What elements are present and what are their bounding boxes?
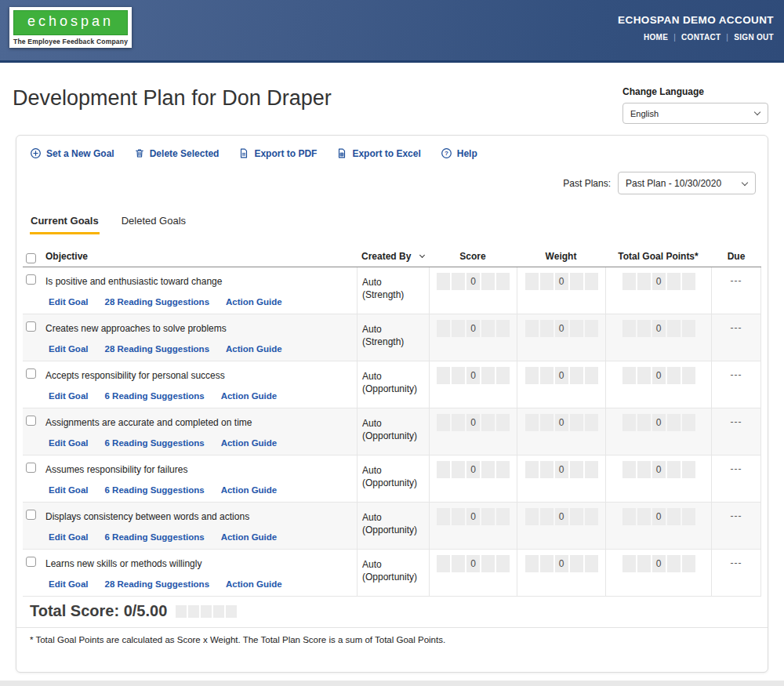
edit-goal-link[interactable]: Edit Goal	[49, 438, 88, 448]
weight-bar[interactable]: 0	[525, 461, 598, 478]
echospan-logo[interactable]: echospan The Employee Feedback Company	[9, 7, 132, 48]
weight-value: 0	[555, 273, 568, 290]
export-excel-icon	[336, 147, 347, 159]
reading-suggestions-link[interactable]: 28 Reading Suggestions	[104, 297, 209, 307]
top-banner: echospan The Employee Feedback Company E…	[0, 0, 784, 63]
action-guide-link[interactable]: Action Guide	[221, 485, 278, 495]
score-bar[interactable]: 0	[437, 555, 510, 572]
edit-goal-link[interactable]: Edit Goal	[49, 532, 88, 542]
score-bar[interactable]: 0	[437, 320, 510, 337]
action-guide-link[interactable]: Action Guide	[221, 391, 278, 401]
total-goal-points-value: 0	[652, 461, 666, 478]
language-select[interactable]: English	[622, 103, 768, 124]
total-goal-points-bar[interactable]: 0	[622, 461, 695, 478]
select-all-checkbox[interactable]	[26, 253, 36, 263]
total-goal-points-cell: 0	[605, 408, 711, 455]
total-score-bar	[176, 605, 237, 618]
total-goal-points-bar[interactable]: 0	[622, 273, 695, 290]
nav-home-link[interactable]: HOME	[644, 33, 668, 42]
score-value: 0	[466, 508, 480, 525]
edit-goal-link[interactable]: Edit Goal	[49, 579, 88, 589]
action-guide-link[interactable]: Action Guide	[221, 532, 278, 542]
nav-contact-link[interactable]: CONTACT	[681, 33, 720, 42]
row-checkbox[interactable]	[26, 510, 36, 520]
weight-value: 0	[555, 461, 568, 478]
row-checkbox[interactable]	[26, 321, 36, 332]
export-pdf-button[interactable]: Export to PDF	[238, 147, 317, 159]
row-checkbox[interactable]	[26, 416, 36, 426]
col-header-total-goal-points: Total Goal Points*	[605, 251, 711, 262]
sort-caret-icon[interactable]	[419, 252, 425, 257]
action-guide-link[interactable]: Action Guide	[226, 344, 282, 354]
total-goal-points-bar[interactable]: 0	[622, 508, 695, 525]
circle-plus-icon	[30, 147, 42, 159]
created-by-cell: Auto (Opportunity)	[357, 550, 429, 596]
total-goal-points-value: 0	[652, 555, 666, 572]
edit-goal-link[interactable]: Edit Goal	[49, 297, 88, 307]
edit-goal-link[interactable]: Edit Goal	[49, 391, 88, 401]
due-cell: ---	[711, 267, 761, 314]
weight-value: 0	[555, 414, 568, 431]
row-checkbox[interactable]	[26, 557, 36, 567]
reading-suggestions-link[interactable]: 6 Reading Suggestions	[104, 391, 204, 401]
total-score-label: Total Score: 0/5.00	[30, 602, 167, 620]
svg-text:?: ?	[445, 150, 448, 157]
footnote-divider	[16, 627, 768, 628]
tab-deleted-goals[interactable]: Deleted Goals	[121, 215, 187, 234]
bottom-bar	[0, 681, 784, 686]
total-goal-points-bar[interactable]: 0	[622, 555, 695, 572]
weight-bar[interactable]: 0	[525, 320, 598, 337]
total-goal-points-cell: 0	[605, 503, 711, 549]
edit-goal-link[interactable]: Edit Goal	[49, 344, 88, 354]
score-bar[interactable]: 0	[437, 414, 510, 431]
reading-suggestions-link[interactable]: 6 Reading Suggestions	[104, 485, 204, 495]
reading-suggestions-link[interactable]: 6 Reading Suggestions	[104, 438, 204, 448]
score-cell: 0	[429, 267, 517, 314]
reading-suggestions-link[interactable]: 28 Reading Suggestions	[104, 344, 209, 354]
reading-suggestions-link[interactable]: 28 Reading Suggestions	[104, 579, 209, 589]
total-goal-points-bar[interactable]: 0	[622, 414, 695, 431]
score-bar[interactable]: 0	[437, 273, 510, 290]
total-goal-points-cell: 0	[605, 361, 711, 408]
weight-bar[interactable]: 0	[525, 273, 598, 290]
reading-suggestions-link[interactable]: 6 Reading Suggestions	[104, 532, 204, 542]
score-value: 0	[466, 320, 480, 337]
action-guide-link[interactable]: Action Guide	[226, 297, 282, 307]
score-bar[interactable]: 0	[437, 461, 510, 478]
score-cell: 0	[429, 550, 517, 596]
total-goal-points-value: 0	[652, 414, 666, 431]
table-row: Creates new approaches to solve problems…	[23, 314, 761, 361]
action-guide-link[interactable]: Action Guide	[226, 579, 282, 589]
past-plans-select[interactable]: Past Plan - 10/30/2020	[618, 172, 756, 194]
objective-text: Assignments are accurate and completed o…	[45, 417, 350, 428]
total-goal-points-bar[interactable]: 0	[622, 367, 695, 384]
row-checkbox[interactable]	[26, 368, 36, 379]
score-bar[interactable]: 0	[437, 367, 510, 384]
footnote: * Total Goal Points are calculated as Sc…	[30, 635, 445, 644]
weight-bar[interactable]: 0	[525, 367, 598, 384]
logo-tagline: The Employee Feedback Company	[13, 38, 128, 45]
action-guide-link[interactable]: Action Guide	[221, 438, 278, 448]
weight-bar[interactable]: 0	[525, 555, 598, 572]
edit-goal-link[interactable]: Edit Goal	[49, 485, 88, 495]
objective-text: Is positive and enthusiastic toward chan…	[45, 276, 350, 287]
row-checkbox[interactable]	[26, 463, 36, 473]
delete-selected-button[interactable]: Delete Selected	[134, 147, 220, 159]
score-value: 0	[466, 273, 480, 290]
weight-bar[interactable]: 0	[525, 508, 598, 525]
due-cell: ---	[711, 361, 761, 408]
weight-cell: 0	[517, 550, 605, 596]
weight-bar[interactable]: 0	[525, 414, 598, 431]
due-cell: ---	[711, 550, 761, 596]
help-button[interactable]: ? Help	[441, 147, 477, 159]
score-bar[interactable]: 0	[437, 508, 510, 525]
created-by-cell: Auto (Strength)	[357, 314, 429, 361]
row-checkbox[interactable]	[26, 274, 36, 285]
nav-signout-link[interactable]: SIGN OUT	[734, 33, 774, 42]
tab-current-goals[interactable]: Current Goals	[30, 215, 100, 234]
table-header-row: Objective Created By Score Weight Total …	[23, 245, 761, 267]
set-new-goal-button[interactable]: Set a New Goal	[30, 147, 114, 159]
total-goal-points-bar[interactable]: 0	[622, 320, 695, 337]
export-excel-button[interactable]: Export to Excel	[336, 147, 420, 159]
created-by-cell: Auto (Opportunity)	[357, 361, 429, 408]
